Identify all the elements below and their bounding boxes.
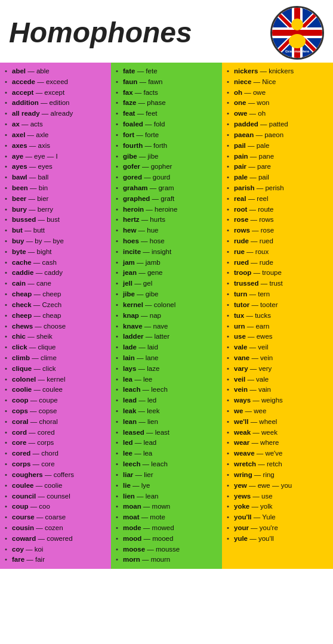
- list-item: leak — leek: [116, 406, 220, 417]
- list-item: moan — mown: [116, 501, 220, 512]
- list-item: axes — axis: [5, 141, 109, 151]
- list-item: led — lead: [116, 438, 220, 448]
- list-item: fort — forte: [116, 130, 220, 141]
- list-item: hoes — hose: [116, 236, 220, 247]
- list-item: padded — patted: [227, 119, 331, 130]
- list-item: yews — use: [227, 491, 331, 502]
- header: Homophones: [0, 0, 333, 63]
- list-item: colonel — kernel: [5, 374, 109, 385]
- list-item: cain — cane: [5, 278, 109, 289]
- list-item: fare — fair: [5, 555, 109, 565]
- list-item: vary — very: [227, 364, 331, 374]
- list-item: real — reel: [227, 194, 331, 205]
- list-item: yew — ewe — you: [227, 481, 331, 491]
- list-item: ayes — eyes: [5, 162, 109, 172]
- word-list-2: fate — fetefaun — fawnfax — factsfaze — …: [116, 66, 220, 565]
- list-item: your — you're: [227, 523, 331, 534]
- column-1: abel — ableaccede — exceedaccept — excep…: [0, 63, 111, 569]
- list-item: rows — rose: [227, 225, 331, 236]
- list-item: vane — vein: [227, 353, 331, 364]
- list-item: cheap — cheep: [5, 289, 109, 300]
- list-item: leased — least: [116, 428, 220, 438]
- list-item: fourth — forth: [116, 141, 220, 151]
- list-item: fax — facts: [116, 88, 220, 98]
- list-item: lade — laid: [116, 342, 220, 353]
- list-item: faun — fawn: [116, 77, 220, 88]
- list-item: urn — earn: [227, 321, 331, 332]
- list-item: liar — lier: [116, 470, 220, 481]
- list-item: jibe — gibe: [116, 289, 220, 300]
- list-item: coughers — coffers: [5, 470, 109, 481]
- list-item: cousin — cozen: [5, 523, 109, 534]
- list-item: pain — pane: [227, 151, 331, 162]
- list-item: lien — lean: [116, 491, 220, 502]
- list-item: rude — rued: [227, 236, 331, 247]
- list-item: addition — edition: [5, 98, 109, 109]
- list-item: pail — pale: [227, 141, 331, 151]
- list-item: feat — feet: [116, 109, 220, 119]
- list-item: accede — exceed: [5, 77, 109, 88]
- list-item: coop — coupe: [5, 395, 109, 406]
- list-item: oh — owe: [227, 88, 331, 98]
- list-item: cored — chord: [5, 448, 109, 459]
- list-item: faze — phase: [116, 98, 220, 109]
- list-item: gofer — gopher: [116, 162, 220, 172]
- column-3: nickers — knickersniece — Niceoh — oweon…: [222, 63, 333, 569]
- list-item: moose — mousse: [116, 544, 220, 555]
- list-item: pale — pail: [227, 172, 331, 183]
- list-item: bawl — ball: [5, 172, 109, 183]
- list-item: turn — tern: [227, 289, 331, 300]
- list-item: bury — berry: [5, 205, 109, 215]
- list-item: graham — gram: [116, 183, 220, 194]
- list-item: cache — cash: [5, 258, 109, 268]
- list-item: wretch — retch: [227, 459, 331, 470]
- list-item: bussed — bust: [5, 215, 109, 225]
- list-item: mood — mooed: [116, 534, 220, 544]
- list-item: kernel — colonel: [116, 300, 220, 311]
- list-item: corps — core: [5, 459, 109, 470]
- list-item: weak — week: [227, 428, 331, 438]
- list-item: cord — cored: [5, 428, 109, 438]
- list-item: knave — nave: [116, 321, 220, 332]
- list-item: buy — by — bye: [5, 236, 109, 247]
- list-item: trussed — trust: [227, 278, 331, 289]
- list-item: weave — we've: [227, 448, 331, 459]
- list-item: click — clique: [5, 342, 109, 353]
- list-item: parish — perish: [227, 183, 331, 194]
- list-item: heroin — heroine: [116, 205, 220, 215]
- list-item: but — butt: [5, 225, 109, 236]
- list-item: beer — bier: [5, 194, 109, 205]
- list-item: lain — lane: [116, 353, 220, 364]
- list-item: rose — rows: [227, 215, 331, 225]
- list-item: jam — jamb: [116, 258, 220, 268]
- list-item: gored — gourd: [116, 172, 220, 183]
- list-item: tux — tucks: [227, 311, 331, 321]
- list-item: root — route: [227, 205, 331, 215]
- list-item: coolie — coulee: [5, 385, 109, 395]
- list-item: ladder — latter: [116, 332, 220, 342]
- list-item: lee — lea: [116, 448, 220, 459]
- svg-point-15: [289, 34, 306, 48]
- list-item: foaled — fold: [116, 119, 220, 130]
- list-item: use — ewes: [227, 332, 331, 342]
- list-item: course — coarse: [5, 512, 109, 523]
- columns-container: abel — ableaccede — exceedaccept — excep…: [0, 63, 333, 569]
- list-item: chews — choose: [5, 321, 109, 332]
- list-item: cops — copse: [5, 406, 109, 417]
- list-item: vale — veil: [227, 342, 331, 353]
- list-item: rued — rude: [227, 258, 331, 268]
- list-item: we — wee: [227, 406, 331, 417]
- list-item: we'll — wheel: [227, 417, 331, 428]
- list-item: lays — laze: [116, 364, 220, 374]
- list-item: niece — Nice: [227, 77, 331, 88]
- list-item: coup — coo: [5, 501, 109, 512]
- list-item: tutor — tooter: [227, 300, 331, 311]
- word-list-3: nickers — knickersniece — Niceoh — oweon…: [227, 66, 331, 544]
- list-item: yoke — yolk: [227, 501, 331, 512]
- list-item: coy — koi: [5, 544, 109, 555]
- list-item: mode — mowed: [116, 523, 220, 534]
- list-item: graphed — graft: [116, 194, 220, 205]
- list-item: caddie — caddy: [5, 268, 109, 278]
- list-item: cheep — cheap: [5, 311, 109, 321]
- list-item: paean — paeon: [227, 130, 331, 141]
